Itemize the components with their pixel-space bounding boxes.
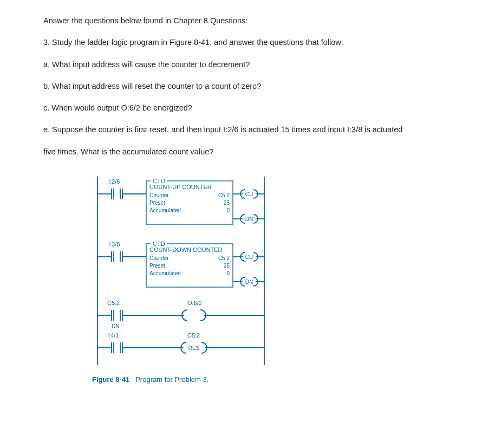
question-b: b. What input address will reset the cou… xyxy=(43,81,466,92)
rung1-r0-label: Counter xyxy=(149,192,169,198)
rung1-r1-value: 25 xyxy=(224,200,230,206)
question-e-line2: five times. What is the accumulated coun… xyxy=(43,146,466,157)
rung4-res-symbol: RES xyxy=(188,345,200,351)
question-c: c. When would output O:6/2 be energized? xyxy=(43,102,466,113)
rung1-input-label: I:2/6 xyxy=(108,178,120,185)
question-a: a. What input address will cause the cou… xyxy=(43,59,466,70)
rung2-r0-value: C5:2 xyxy=(218,255,230,261)
caption-text: Program for Problem 3. xyxy=(135,375,209,384)
ladder-diagram: .wire { stroke:#0164a6; stroke-width:1.8… xyxy=(92,171,466,385)
rung1-r2-label: Accumulated xyxy=(149,207,181,213)
rung2-block-title: COUNT-DOWN COUNTER xyxy=(149,246,222,253)
rung4-input-label: I:4/1 xyxy=(107,332,119,339)
rung2-input-label: I:3/8 xyxy=(108,241,120,248)
rung2-dn-label: DN xyxy=(245,279,253,285)
rung1-r1-label: Preset xyxy=(149,200,165,206)
rung3-input-sub: DN xyxy=(112,323,119,329)
rung1-dn-label: DN xyxy=(245,216,253,222)
rung3-output-label: O:6/2 xyxy=(187,300,202,306)
rung1-block-title: COUNT-UP COUNTER xyxy=(149,184,212,190)
rung2-r1-label: Preset xyxy=(149,263,165,269)
question-3: 3. Study the ladder logic program in Fig… xyxy=(43,37,466,48)
rung2-r2-value: 0 xyxy=(226,270,230,276)
rung2-r1-value: 25 xyxy=(224,263,230,269)
rung4-output-label: C5:2 xyxy=(187,332,200,339)
intro-text: Answer the questions below found in Chap… xyxy=(43,15,466,26)
caption-bold: Figure 8-41 xyxy=(92,375,129,384)
rung1-r0-value: C5:2 xyxy=(218,192,230,198)
figure-caption: Figure 8-41 Program for Problem 3. xyxy=(92,375,466,385)
question-e-line1: e. Suppose the counter is first reset, a… xyxy=(43,124,466,135)
rung1-r2-value: 0 xyxy=(226,207,230,213)
rung2-r2-label: Accumulated xyxy=(149,270,181,276)
rung3-input-label: C5:2 xyxy=(107,300,120,306)
rung2-r0-label: Counter xyxy=(149,255,169,261)
rung1-cu-label: CU xyxy=(245,191,253,197)
rung2-cu-label: CU xyxy=(245,254,253,260)
